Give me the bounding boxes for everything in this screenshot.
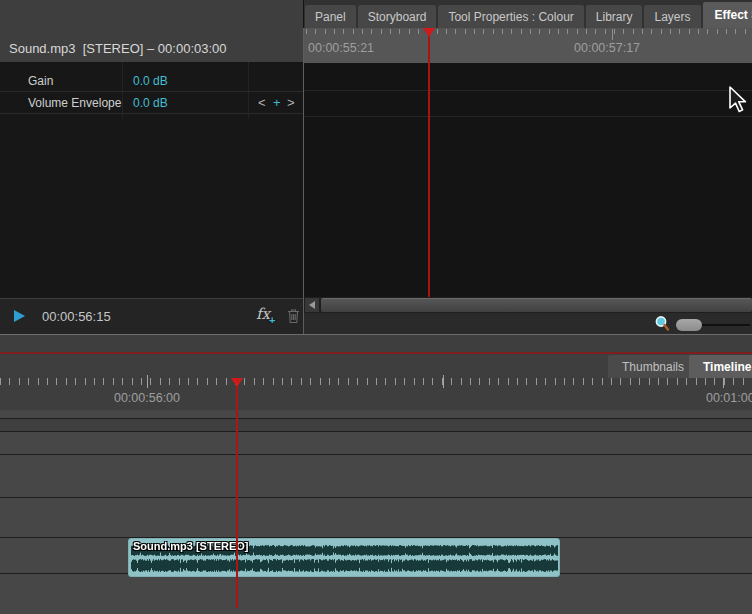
magnifier-icon	[654, 315, 671, 336]
app-window: Sound.mp3 [STEREO] – 00:00:03:00 Gain 0.…	[0, 0, 752, 614]
top-section: Sound.mp3 [STEREO] – 00:00:03:00 Gain 0.…	[0, 0, 752, 334]
delete-effect-button[interactable]	[287, 308, 300, 328]
timeline-ruler-label: 00:00:56:00	[87, 391, 207, 405]
timeline-section: Thumbnails Timeline 00:00:56:00 00:01:00…	[0, 352, 752, 614]
major-tick	[443, 375, 444, 388]
track-line	[304, 90, 752, 91]
tab-effect-stack[interactable]: Effect Stack	[703, 2, 752, 28]
play-button[interactable]	[14, 310, 25, 322]
ruler-ticks	[0, 378, 752, 385]
track-row	[0, 419, 752, 431]
timeline-playhead-line[interactable]	[236, 383, 238, 608]
timeline-ruler-label: 00:01:00:00	[679, 391, 752, 405]
transport-timecode: 00:00:56:15	[42, 309, 111, 324]
volume-envelope-label: Volume Envelope	[28, 96, 121, 110]
volume-envelope-value[interactable]: 0.0 dB	[133, 96, 168, 110]
mouse-cursor-icon	[729, 86, 749, 118]
envelope-add-button[interactable]: +	[273, 95, 281, 110]
major-tick	[147, 375, 148, 388]
tab-storyboard[interactable]: Storyboard	[358, 5, 437, 28]
zoom-bar	[304, 313, 752, 334]
sound-clip-title: Sound.mp3 [STEREO] – 00:00:03:00	[9, 41, 227, 56]
gain-row: Gain 0.0 dB	[0, 70, 303, 92]
gain-value[interactable]: 0.0 dB	[133, 74, 168, 88]
effect-timeline-panel: Panel Storyboard Tool Properties : Colou…	[304, 0, 752, 334]
effect-track-area	[304, 63, 752, 297]
effect-ruler[interactable]: 00:00:55:21 00:00:57:17	[304, 28, 752, 63]
add-effect-button[interactable]: fx +	[256, 305, 280, 329]
audio-clip-label: Sound.mp3 [STEREO]	[133, 540, 249, 552]
tab-layers[interactable]: Layers	[644, 5, 700, 28]
tab-timeline[interactable]: Timeline	[689, 355, 752, 378]
envelope-prev-button[interactable]: <	[258, 95, 266, 110]
scrollbar-left-arrow[interactable]	[305, 298, 319, 312]
waveform-bottom	[131, 559, 558, 572]
panel-tab-bar: Panel Storyboard Tool Properties : Colou…	[304, 0, 752, 28]
tab-panel[interactable]: Panel	[305, 5, 356, 28]
tab-thumbnails[interactable]: Thumbnails	[608, 355, 698, 378]
track-line	[0, 497, 752, 498]
fx-icon: fx	[256, 305, 270, 323]
ruler-label-left: 00:00:55:21	[308, 41, 374, 55]
effect-stack-sound-panel: Sound.mp3 [STEREO] – 00:00:03:00 Gain 0.…	[0, 0, 303, 334]
section-gap	[0, 335, 752, 352]
transport-bar: 00:00:56:15 fx +	[0, 298, 303, 334]
volume-envelope-row: Volume Envelope 0.0 dB < + >	[0, 92, 303, 114]
track-line	[304, 116, 752, 117]
ruler-label-right: 00:00:57:17	[574, 41, 640, 55]
tab-tool-properties[interactable]: Tool Properties : Colour	[438, 5, 583, 28]
panel-splitter[interactable]	[303, 28, 304, 334]
horizontal-scrollbar[interactable]	[304, 297, 752, 313]
tab-library[interactable]: Library	[586, 5, 643, 28]
effect-properties-area: Gain 0.0 dB Volume Envelope 0.0 dB < + >	[0, 62, 303, 298]
plus-badge-icon: +	[269, 314, 275, 326]
trash-icon	[287, 308, 300, 324]
envelope-next-button[interactable]: >	[287, 95, 295, 110]
scrollbar-thumb[interactable]	[321, 298, 752, 312]
playhead-line[interactable]	[428, 30, 430, 297]
audio-clip[interactable]: Sound.mp3 [STEREO]	[128, 538, 560, 577]
gain-label: Gain	[28, 74, 53, 88]
track-line	[0, 454, 752, 455]
major-tick	[612, 29, 613, 40]
ruler-ticks	[306, 29, 752, 34]
timeline-playhead-marker[interactable]	[231, 378, 243, 387]
track-line	[0, 431, 752, 432]
playhead-marker[interactable]	[423, 28, 435, 37]
zoom-slider-handle[interactable]	[676, 319, 702, 331]
